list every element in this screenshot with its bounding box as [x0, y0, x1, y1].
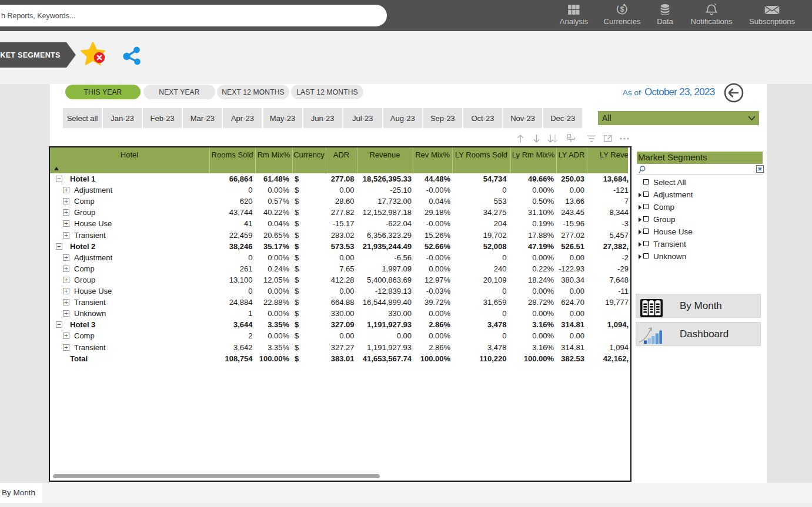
svg-text:$: $: [620, 5, 624, 14]
